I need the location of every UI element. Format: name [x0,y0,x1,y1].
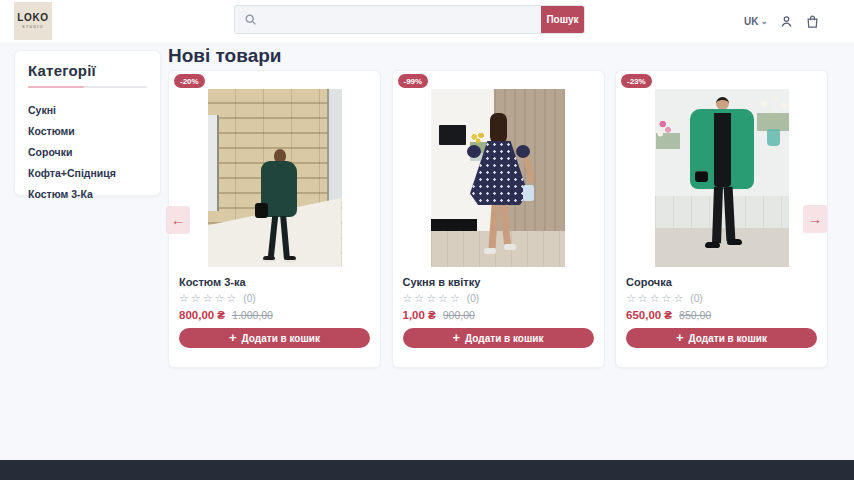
product-info: Костюм 3-ка ☆☆☆☆☆ (0) 800,00 ₴ 1.000,00 … [169,276,380,348]
rating-count: (0) [690,293,702,304]
window-shape [208,115,219,211]
flowers-shape [757,95,789,131]
add-to-cart-button[interactable]: + Додати в кошик [179,328,370,348]
logo-tagline: STUDIO [22,25,44,29]
window-shape [327,89,342,201]
price-row: 800,00 ₴ 1.000,00 [179,309,370,321]
old-price: 850,00 [679,309,711,321]
tv-shape [439,125,466,145]
sidebar-item-dresses[interactable]: Сукні [28,99,147,120]
rating-count: (0) [467,293,479,304]
plus-icon: + [676,331,684,344]
top-header: LOKO STUDIO Пошук UK ⌄ [0,0,854,42]
product-rating: ☆☆☆☆☆ (0) [626,292,817,305]
current-price: 650,00 ₴ [626,309,672,321]
product-name[interactable]: Сорочка [626,276,817,288]
product-name[interactable]: Сукня в квітку [403,276,594,288]
account-icon[interactable] [779,14,794,29]
product-name[interactable]: Костюм 3-ка [179,276,370,288]
add-to-cart-label: Додати в кошик [465,333,543,344]
floor-shape [431,231,565,267]
discount-badge: -99% [398,74,429,88]
cart-icon[interactable] [805,14,820,29]
categories-title: Категорії [28,62,147,79]
figure-shoe [727,239,742,247]
old-price: 1.000,00 [232,309,273,321]
sidebar-item-shirts[interactable]: Сорочки [28,141,147,162]
current-price: 800,00 ₴ [179,309,225,321]
search-icon [235,6,263,33]
flowers-shape [656,117,680,149]
product-rating: ☆☆☆☆☆ (0) [179,292,370,305]
star-icons: ☆☆☆☆☆ [403,292,462,305]
figure-top [714,113,731,187]
product-info: Сукня в квітку ☆☆☆☆☆ (0) 1,00 ₴ 900,00 +… [393,276,604,348]
search-button[interactable]: Пошук [541,6,584,33]
figure-shoe [284,256,296,262]
figure-bag [255,203,268,218]
product-info: Сорочка ☆☆☆☆☆ (0) 650,00 ₴ 850,00 + Дода… [616,276,827,348]
star-icons: ☆☆☆☆☆ [626,292,685,305]
search-input[interactable] [263,6,541,33]
price-row: 650,00 ₴ 850,00 [626,309,817,321]
rating-count: (0) [243,293,255,304]
search-bar: Пошук [234,5,585,34]
figure-sleeve [516,145,530,158]
header-actions: UK ⌄ [744,0,820,42]
sidebar-item-suits[interactable]: Костюми [28,120,147,141]
page: LOKO STUDIO Пошук UK ⌄ [0,0,854,480]
product-photo[interactable] [208,89,342,267]
carousel-next-button[interactable]: → [803,205,827,233]
product-photo[interactable] [431,89,565,267]
language-selector[interactable]: UK ⌄ [744,16,768,27]
plus-icon: + [229,331,237,344]
logo[interactable]: LOKO STUDIO [14,2,52,40]
divider-accent [28,86,84,88]
product-carousel: -20% Костюм 3-ка ☆☆☆☆☆ (0) [168,70,828,368]
price-row: 1,00 ₴ 900,00 [403,309,594,321]
page-title: Нові товари [168,45,282,67]
figure-hair [490,113,507,145]
language-code: UK [744,16,758,27]
category-list: Сукні Костюми Сорочки Кофта+Спідниця Кос… [28,99,147,205]
sidebar-item-top-skirt[interactable]: Кофта+Спідниця [28,163,147,184]
floor-shape [655,228,789,267]
add-to-cart-button[interactable]: + Додати в кошик [626,328,817,348]
fireplace-shape [431,219,477,231]
current-price: 1,00 ₴ [403,309,436,321]
product-card: -20% Костюм 3-ка ☆☆☆☆☆ (0) [168,70,381,368]
discount-badge: -23% [621,74,652,88]
discount-badge: -20% [174,74,205,88]
figure-shoe [705,242,720,250]
product-photo[interactable] [655,89,789,267]
add-to-cart-label: Додати в кошик [242,333,320,344]
figure-shoe [504,244,516,250]
figure-shoe [263,256,275,262]
figure-sleeve [467,145,481,158]
product-rating: ☆☆☆☆☆ (0) [403,292,594,305]
figure-leg [712,187,723,243]
footer [0,460,854,480]
figure-clutch [523,185,534,201]
add-to-cart-button[interactable]: + Додати в кошик [403,328,594,348]
product-card: -23% Сорочка ☆☆☆☆☆ (0) [615,70,828,368]
sidebar-item-suit-3piece[interactable]: Костюм 3-Ка [28,184,147,205]
carousel-prev-button[interactable]: ← [166,206,190,234]
add-to-cart-label: Додати в кошик [689,333,767,344]
logo-name: LOKO [17,13,48,23]
old-price: 900,00 [443,309,475,321]
figure-bag [695,171,708,182]
product-card: -99% Сукня в квітку [392,70,605,368]
chevron-down-icon: ⌄ [760,17,768,26]
divider [28,86,147,88]
categories-sidebar: Категорії Сукні Костюми Сорочки Кофта+Сп… [14,50,161,196]
star-icons: ☆☆☆☆☆ [179,292,238,305]
figure-shoe [484,248,496,254]
vase-shape [767,129,780,146]
plus-icon: + [453,331,461,344]
